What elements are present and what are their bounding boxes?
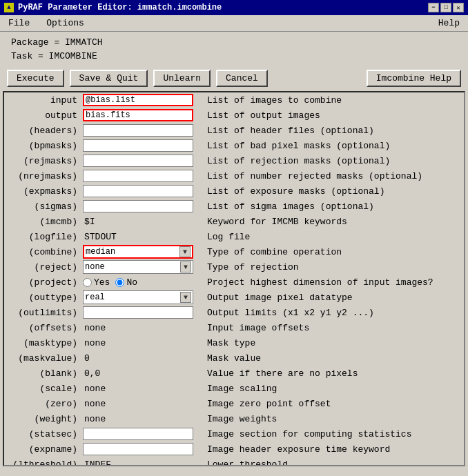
- param-dropdown[interactable]: none▼: [83, 260, 193, 274]
- param-static-value: none: [83, 399, 107, 409]
- window-controls[interactable]: − □ ✕: [428, 3, 464, 12]
- param-value-cell[interactable]: none: [83, 414, 200, 424]
- param-name: (outlimits): [7, 308, 83, 318]
- param-input[interactable]: [83, 428, 193, 440]
- param-value-cell[interactable]: [83, 109, 200, 121]
- param-name: (lthreshold): [7, 459, 83, 467]
- menu-help[interactable]: Help: [436, 17, 462, 29]
- param-row: (expmasks)List of exposure masks (option…: [4, 184, 464, 199]
- param-value-cell[interactable]: real▼: [83, 290, 200, 304]
- param-input-highlighted[interactable]: [83, 94, 193, 106]
- param-value-cell[interactable]: YesNo: [83, 277, 200, 288]
- save-quit-button[interactable]: Save & Quit: [70, 70, 148, 87]
- param-row: (reject)none▼Type of rejection: [4, 259, 464, 275]
- param-row: outputList of output images: [4, 108, 464, 123]
- param-input[interactable]: [83, 124, 193, 137]
- param-value-cell[interactable]: 0,0: [83, 368, 200, 379]
- param-name: (bpmasks): [7, 141, 83, 151]
- param-value-cell[interactable]: [83, 185, 200, 197]
- param-value-cell[interactable]: [83, 306, 200, 319]
- param-row: (sigmas)List of sigma images (optional): [4, 199, 464, 214]
- param-name: (project): [7, 277, 83, 288]
- param-value-cell[interactable]: none: [83, 384, 200, 394]
- radio-label[interactable]: Yes: [83, 277, 110, 288]
- unlearn-button[interactable]: Unlearn: [153, 70, 211, 87]
- param-value-cell[interactable]: [83, 155, 200, 167]
- execute-button[interactable]: Execute: [7, 70, 64, 87]
- package-info: Package = IMMATCH Task = IMCOMBINE: [0, 32, 468, 66]
- param-value-cell[interactable]: $I: [83, 217, 200, 227]
- param-input-highlighted[interactable]: [83, 109, 193, 121]
- maximize-button[interactable]: □: [440, 3, 451, 12]
- param-desc: Image weights: [200, 414, 461, 424]
- param-input[interactable]: [83, 306, 193, 319]
- param-row: (combine)median▼Type of combine operatio…: [4, 244, 464, 259]
- param-scroll-area[interactable]: inputList of images to combineoutputList…: [3, 91, 465, 466]
- param-value-cell[interactable]: none▼: [83, 260, 200, 274]
- menu-options[interactable]: Options: [43, 17, 87, 29]
- param-desc: Image header exposure time keyword: [200, 444, 461, 455]
- menu-bar: File Options Help: [0, 15, 468, 32]
- param-row: (expname)Image header exposure time keyw…: [4, 442, 464, 457]
- param-input[interactable]: [83, 139, 193, 152]
- param-value-cell[interactable]: [83, 200, 200, 212]
- param-row: (scale)noneImage scaling: [4, 381, 464, 396]
- param-value-cell[interactable]: none: [83, 323, 200, 333]
- radio-label[interactable]: No: [115, 277, 137, 288]
- param-name: (zero): [7, 399, 83, 409]
- param-name: (weight): [7, 414, 83, 424]
- param-row: (statsec)Image section for computing sta…: [4, 426, 464, 442]
- menu-file[interactable]: File: [6, 17, 32, 29]
- param-row: (offsets)noneInput image offsets: [4, 320, 464, 335]
- param-row: (maskvalue)0Mask value: [4, 350, 464, 366]
- param-value-cell[interactable]: none: [83, 338, 200, 348]
- param-row: (nrejmasks)List of number rejected masks…: [4, 168, 464, 184]
- param-value-cell[interactable]: [83, 94, 200, 106]
- param-desc: List of bad pixel masks (optional): [200, 141, 461, 151]
- param-row: (outlimits)Output limits (x1 x2 y1 y2 ..…: [4, 305, 464, 320]
- param-value-cell[interactable]: STDOUT: [83, 232, 200, 242]
- cancel-button[interactable]: Cancel: [216, 70, 268, 87]
- param-desc: Image section for computing statistics: [200, 429, 461, 439]
- param-static-value: STDOUT: [83, 232, 118, 242]
- param-row: (masktype)noneMask type: [4, 335, 464, 350]
- param-input[interactable]: [83, 200, 193, 212]
- param-value-cell[interactable]: median▼: [83, 245, 200, 259]
- param-row: (headers)List of header files (optional): [4, 123, 464, 138]
- param-name: (statsec): [7, 429, 83, 439]
- param-dropdown[interactable]: real▼: [83, 290, 193, 304]
- param-desc: Keyword for IMCMB keywords: [200, 217, 461, 227]
- param-value-cell[interactable]: INDEF: [83, 459, 200, 467]
- radio-input[interactable]: [115, 278, 124, 287]
- param-static-value: none: [83, 414, 107, 424]
- param-row: (weight)noneImage weights: [4, 411, 464, 426]
- param-name: (nrejmasks): [7, 171, 83, 181]
- help-button[interactable]: Imcombine Help: [367, 70, 461, 87]
- param-input[interactable]: [83, 185, 193, 197]
- param-static-value: none: [83, 323, 107, 333]
- param-row: inputList of images to combine: [4, 92, 464, 108]
- param-input[interactable]: [83, 170, 193, 182]
- param-input[interactable]: [83, 155, 193, 167]
- param-input[interactable]: [83, 443, 193, 455]
- param-value-cell[interactable]: none: [83, 399, 200, 409]
- close-button[interactable]: ✕: [453, 3, 464, 12]
- param-static-value: INDEF: [83, 459, 113, 467]
- param-row: (bpmasks)List of bad pixel masks (option…: [4, 138, 464, 153]
- param-value-cell[interactable]: 0: [83, 353, 200, 364]
- minimize-button[interactable]: −: [428, 3, 439, 12]
- radio-group: YesNo: [83, 277, 200, 288]
- param-value-cell[interactable]: [83, 170, 200, 182]
- param-value-cell[interactable]: [83, 443, 200, 455]
- param-row: (blank)0,0Value if there are no pixels: [4, 366, 464, 381]
- param-value-cell[interactable]: [83, 124, 200, 137]
- chevron-down-icon: ▼: [180, 261, 191, 272]
- param-value-cell[interactable]: [83, 428, 200, 440]
- radio-input[interactable]: [83, 278, 92, 287]
- param-name: (sigmas): [7, 201, 83, 212]
- param-desc: Mask type: [200, 338, 461, 348]
- param-desc: Output limits (x1 x2 y1 y2 ...): [200, 308, 461, 318]
- param-dropdown-highlighted[interactable]: median▼: [83, 245, 193, 259]
- param-name: (outtype): [7, 292, 83, 303]
- param-value-cell[interactable]: [83, 139, 200, 152]
